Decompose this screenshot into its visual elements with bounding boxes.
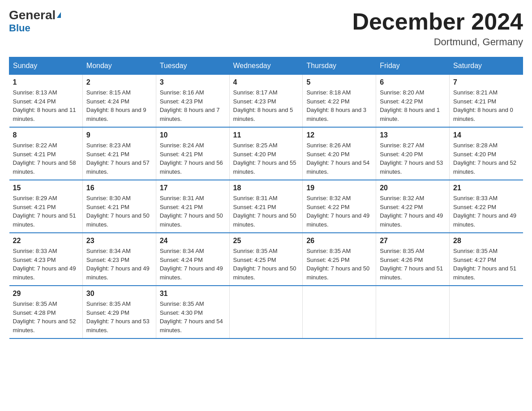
day-number: 17 <box>160 184 226 192</box>
location: Dortmund, Germany <box>352 36 523 48</box>
table-row: 19 Sunrise: 8:32 AM Sunset: 4:22 PM Dayl… <box>303 180 376 233</box>
table-row: 15 Sunrise: 8:29 AM Sunset: 4:21 PM Dayl… <box>9 180 83 233</box>
day-number: 16 <box>86 184 152 192</box>
day-number: 24 <box>160 237 226 245</box>
month-title: December 2024 <box>352 9 523 34</box>
table-row: 10 Sunrise: 8:24 AM Sunset: 4:21 PM Dayl… <box>156 127 229 180</box>
day-info: Sunrise: 8:20 AM Sunset: 4:22 PM Dayligh… <box>380 88 446 123</box>
day-info: Sunrise: 8:24 AM Sunset: 4:21 PM Dayligh… <box>160 141 226 176</box>
day-info: Sunrise: 8:26 AM Sunset: 4:20 PM Dayligh… <box>306 141 372 176</box>
table-row: 8 Sunrise: 8:22 AM Sunset: 4:21 PM Dayli… <box>9 127 83 180</box>
day-number: 30 <box>86 290 152 298</box>
day-number: 6 <box>380 78 446 86</box>
day-number: 29 <box>13 290 79 298</box>
day-info: Sunrise: 8:23 AM Sunset: 4:21 PM Dayligh… <box>86 141 152 176</box>
day-number: 26 <box>306 237 372 245</box>
table-row: 18 Sunrise: 8:31 AM Sunset: 4:21 PM Dayl… <box>229 180 303 233</box>
table-row: 2 Sunrise: 8:15 AM Sunset: 4:24 PM Dayli… <box>82 75 156 128</box>
day-number: 27 <box>380 237 446 245</box>
table-row: 24 Sunrise: 8:34 AM Sunset: 4:24 PM Dayl… <box>156 233 229 286</box>
day-info: Sunrise: 8:35 AM Sunset: 4:29 PM Dayligh… <box>86 300 152 334</box>
table-row: 13 Sunrise: 8:27 AM Sunset: 4:20 PM Dayl… <box>376 127 450 180</box>
day-number: 25 <box>233 237 299 245</box>
day-info: Sunrise: 8:35 AM Sunset: 4:30 PM Dayligh… <box>160 300 226 334</box>
day-info: Sunrise: 8:15 AM Sunset: 4:24 PM Dayligh… <box>86 88 152 123</box>
calendar-header-row: Sunday Monday Tuesday Wednesday Thursday… <box>9 57 523 75</box>
day-number: 7 <box>453 78 519 86</box>
day-info: Sunrise: 8:31 AM Sunset: 4:21 PM Dayligh… <box>233 194 299 229</box>
day-info: Sunrise: 8:18 AM Sunset: 4:22 PM Dayligh… <box>306 88 372 123</box>
day-info: Sunrise: 8:29 AM Sunset: 4:21 PM Dayligh… <box>13 194 79 229</box>
day-number: 21 <box>453 184 519 192</box>
table-row: 6 Sunrise: 8:20 AM Sunset: 4:22 PM Dayli… <box>376 75 450 128</box>
day-number: 20 <box>380 184 446 192</box>
table-row: 30 Sunrise: 8:35 AM Sunset: 4:29 PM Dayl… <box>82 286 156 338</box>
table-row: 31 Sunrise: 8:35 AM Sunset: 4:30 PM Dayl… <box>156 286 229 338</box>
table-row: 3 Sunrise: 8:16 AM Sunset: 4:23 PM Dayli… <box>156 75 229 128</box>
col-sunday: Sunday <box>9 57 83 75</box>
day-number: 9 <box>86 131 152 139</box>
day-info: Sunrise: 8:35 AM Sunset: 4:27 PM Dayligh… <box>453 247 519 282</box>
calendar-week-row: 8 Sunrise: 8:22 AM Sunset: 4:21 PM Dayli… <box>9 127 523 180</box>
table-row: 20 Sunrise: 8:32 AM Sunset: 4:22 PM Dayl… <box>376 180 450 233</box>
table-row: 11 Sunrise: 8:25 AM Sunset: 4:20 PM Dayl… <box>229 127 303 180</box>
day-info: Sunrise: 8:28 AM Sunset: 4:20 PM Dayligh… <box>453 141 519 176</box>
day-number: 3 <box>160 78 226 86</box>
day-number: 28 <box>453 237 519 245</box>
day-number: 15 <box>13 184 79 192</box>
table-row: 21 Sunrise: 8:33 AM Sunset: 4:22 PM Dayl… <box>450 180 523 233</box>
calendar-week-row: 22 Sunrise: 8:33 AM Sunset: 4:23 PM Dayl… <box>9 233 523 286</box>
day-info: Sunrise: 8:34 AM Sunset: 4:23 PM Dayligh… <box>86 247 152 282</box>
table-row: 27 Sunrise: 8:35 AM Sunset: 4:26 PM Dayl… <box>376 233 450 286</box>
day-number: 14 <box>453 131 519 139</box>
day-info: Sunrise: 8:25 AM Sunset: 4:20 PM Dayligh… <box>233 141 299 176</box>
table-row: 25 Sunrise: 8:35 AM Sunset: 4:25 PM Dayl… <box>229 233 303 286</box>
day-number: 2 <box>86 78 152 86</box>
table-row: 7 Sunrise: 8:21 AM Sunset: 4:21 PM Dayli… <box>450 75 523 128</box>
day-number: 12 <box>306 131 372 139</box>
day-number: 18 <box>233 184 299 192</box>
logo-name: General <box>9 9 61 21</box>
page-header: General Blue December 2024 Dortmund, Ger… <box>9 9 523 48</box>
day-info: Sunrise: 8:35 AM Sunset: 4:28 PM Dayligh… <box>13 300 79 334</box>
day-number: 13 <box>380 131 446 139</box>
day-info: Sunrise: 8:22 AM Sunset: 4:21 PM Dayligh… <box>13 141 79 176</box>
day-info: Sunrise: 8:13 AM Sunset: 4:24 PM Dayligh… <box>13 88 79 123</box>
day-number: 11 <box>233 131 299 139</box>
table-row: 26 Sunrise: 8:35 AM Sunset: 4:25 PM Dayl… <box>303 233 376 286</box>
day-info: Sunrise: 8:35 AM Sunset: 4:26 PM Dayligh… <box>380 247 446 282</box>
table-row: 5 Sunrise: 8:18 AM Sunset: 4:22 PM Dayli… <box>303 75 376 128</box>
day-info: Sunrise: 8:35 AM Sunset: 4:25 PM Dayligh… <box>306 247 372 282</box>
logo: General Blue <box>9 9 61 34</box>
table-row: 12 Sunrise: 8:26 AM Sunset: 4:20 PM Dayl… <box>303 127 376 180</box>
day-info: Sunrise: 8:32 AM Sunset: 4:22 PM Dayligh… <box>380 194 446 229</box>
day-info: Sunrise: 8:30 AM Sunset: 4:21 PM Dayligh… <box>86 194 152 229</box>
day-number: 22 <box>13 237 79 245</box>
table-row: 14 Sunrise: 8:28 AM Sunset: 4:20 PM Dayl… <box>450 127 523 180</box>
day-info: Sunrise: 8:32 AM Sunset: 4:22 PM Dayligh… <box>306 194 372 229</box>
col-tuesday: Tuesday <box>156 57 229 75</box>
col-thursday: Thursday <box>303 57 376 75</box>
title-section: December 2024 Dortmund, Germany <box>352 9 523 48</box>
day-info: Sunrise: 8:16 AM Sunset: 4:23 PM Dayligh… <box>160 88 226 123</box>
day-number: 4 <box>233 78 299 86</box>
calendar-week-row: 1 Sunrise: 8:13 AM Sunset: 4:24 PM Dayli… <box>9 75 523 128</box>
calendar-week-row: 15 Sunrise: 8:29 AM Sunset: 4:21 PM Dayl… <box>9 180 523 233</box>
day-info: Sunrise: 8:35 AM Sunset: 4:25 PM Dayligh… <box>233 247 299 282</box>
day-number: 31 <box>160 290 226 298</box>
day-info: Sunrise: 8:27 AM Sunset: 4:20 PM Dayligh… <box>380 141 446 176</box>
table-row: 4 Sunrise: 8:17 AM Sunset: 4:23 PM Dayli… <box>229 75 303 128</box>
table-row: 16 Sunrise: 8:30 AM Sunset: 4:21 PM Dayl… <box>82 180 156 233</box>
table-row: 9 Sunrise: 8:23 AM Sunset: 4:21 PM Dayli… <box>82 127 156 180</box>
logo-blue: Blue <box>9 22 30 34</box>
day-info: Sunrise: 8:17 AM Sunset: 4:23 PM Dayligh… <box>233 88 299 123</box>
day-info: Sunrise: 8:31 AM Sunset: 4:21 PM Dayligh… <box>160 194 226 229</box>
col-saturday: Saturday <box>450 57 523 75</box>
col-monday: Monday <box>82 57 156 75</box>
table-row: 22 Sunrise: 8:33 AM Sunset: 4:23 PM Dayl… <box>9 233 83 286</box>
day-number: 23 <box>86 237 152 245</box>
table-row: 29 Sunrise: 8:35 AM Sunset: 4:28 PM Dayl… <box>9 286 83 338</box>
day-info: Sunrise: 8:21 AM Sunset: 4:21 PM Dayligh… <box>453 88 519 123</box>
day-info: Sunrise: 8:33 AM Sunset: 4:23 PM Dayligh… <box>13 247 79 282</box>
table-row <box>303 286 376 338</box>
